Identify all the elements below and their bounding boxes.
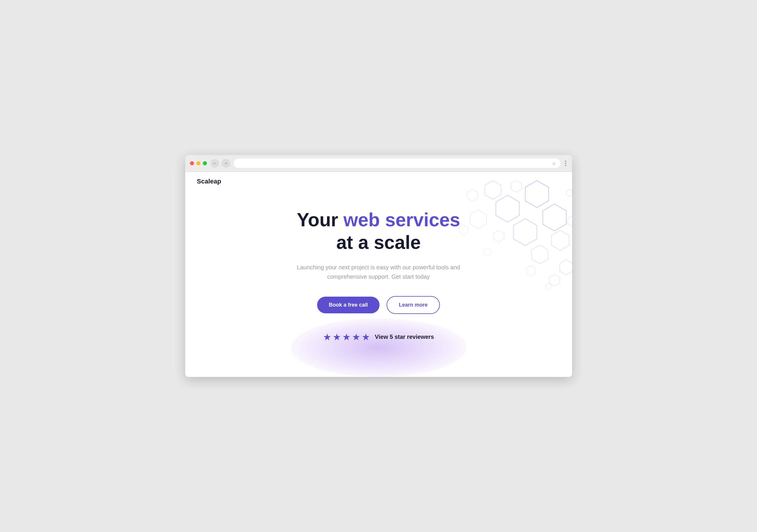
nav-buttons: ← → xyxy=(210,159,230,168)
learn-more-button[interactable]: Learn more xyxy=(386,296,440,314)
forward-button[interactable]: → xyxy=(222,159,230,168)
cta-buttons: Book a free call Learn more xyxy=(317,296,440,314)
stars-section: ★ ★ ★ ★ ★ View 5 star reviewers xyxy=(323,331,434,343)
menu-dot xyxy=(565,161,566,162)
star-1: ★ xyxy=(323,331,331,343)
minimize-button[interactable] xyxy=(197,161,200,165)
back-button[interactable]: ← xyxy=(210,159,219,168)
forward-icon: → xyxy=(224,161,228,166)
browser-window: ← → ⌕ xyxy=(185,155,572,377)
star-2: ★ xyxy=(333,331,341,343)
browser-menu[interactable] xyxy=(564,159,567,167)
star-rating: ★ ★ ★ ★ ★ xyxy=(323,331,370,343)
star-4: ★ xyxy=(352,331,360,343)
menu-dot xyxy=(565,165,566,166)
star-5: ★ xyxy=(362,331,370,343)
page-content: Scaleap Your web services at a scale Lau… xyxy=(185,172,572,377)
hero-title-highlight: web services xyxy=(344,209,460,231)
search-icon: ⌕ xyxy=(553,161,556,166)
hero-title-suffix: at a scale xyxy=(336,232,421,253)
maximize-button[interactable] xyxy=(203,161,207,165)
hero-section: Your web services at a scale Launching y… xyxy=(185,191,572,360)
stars-label[interactable]: View 5 star reviewers xyxy=(375,333,434,340)
hero-title-prefix: Your xyxy=(297,209,344,231)
traffic-lights xyxy=(190,161,207,165)
star-3: ★ xyxy=(342,331,351,343)
address-bar[interactable]: ⌕ xyxy=(234,159,560,168)
close-button[interactable] xyxy=(190,161,194,165)
browser-chrome: ← → ⌕ xyxy=(185,155,572,172)
logo[interactable]: Scaleap xyxy=(197,178,221,185)
back-icon: ← xyxy=(213,161,217,166)
menu-dot xyxy=(565,163,566,164)
book-call-button[interactable]: Book a free call xyxy=(317,297,379,313)
navbar: Scaleap xyxy=(185,172,572,191)
hero-subtitle: Launching your next project is easy with… xyxy=(288,263,469,281)
hero-title: Your web services at a scale xyxy=(297,209,460,254)
